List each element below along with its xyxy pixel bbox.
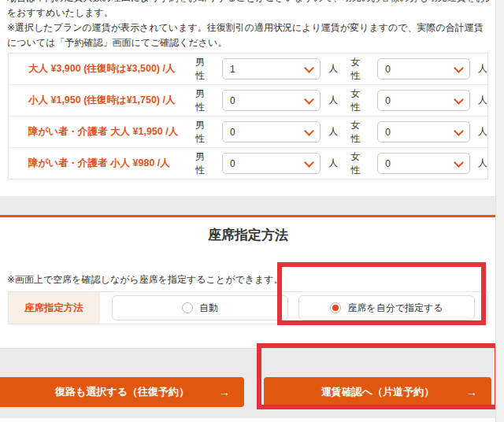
seat-method-row-label: 座席指定方法 bbox=[9, 292, 100, 324]
radio-icon bbox=[330, 302, 341, 313]
unit-label: 人 bbox=[328, 125, 338, 139]
unit-label: 人 bbox=[328, 62, 338, 76]
disabled-adult-female-count-select[interactable]: 0 bbox=[377, 121, 470, 143]
unit-label: 人 bbox=[478, 94, 487, 107]
table-row-disabled-adult: 障がい者・介護者 大人 ¥1,950 /人 男性 0 人 女性 0 人 bbox=[9, 117, 487, 148]
female-label: 女性 bbox=[350, 119, 369, 146]
female-label: 女性 bbox=[350, 56, 369, 83]
select-value: 0 bbox=[230, 127, 235, 138]
option-label: 自動 bbox=[199, 302, 218, 315]
disabled-child-male-count-select[interactable]: 0 bbox=[222, 153, 321, 174]
select-value: 1 bbox=[230, 64, 235, 75]
page-title: 座席指定方法 bbox=[0, 226, 496, 244]
chevron-down-icon bbox=[304, 63, 314, 73]
round-trip-button-label: 復路も選択する（往復予約） bbox=[55, 385, 189, 399]
plan-fare-note: ※選択したプランの運賃が表示されています。往復割引の適用状況により運賃が変ります… bbox=[7, 20, 491, 50]
action-button-band: 復路も選択する（往復予約） → 運賃確認へ（片道予約） → bbox=[0, 348, 504, 418]
child-female-count-select[interactable]: 0 bbox=[377, 90, 470, 111]
select-value: 0 bbox=[230, 95, 235, 106]
seat-method-row: 座席指定方法 自動 座席を自分で指定する bbox=[8, 291, 488, 324]
notice-block: 場合は車両の定員人数の理由により予約をお断りすることがございますので、幼児のお客… bbox=[7, 0, 489, 20]
section-divider bbox=[0, 196, 504, 215]
booking-page: 場合は車両の定員人数の理由により予約をお断りすることがございますので、幼児のお客… bbox=[0, 0, 496, 418]
select-value: 0 bbox=[385, 158, 391, 169]
unit-label: 人 bbox=[478, 62, 487, 76]
adult-male-count-select[interactable]: 1 bbox=[222, 58, 321, 80]
select-value: 0 bbox=[385, 95, 391, 106]
one-way-button-label: 運賃確認へ（片道予約） bbox=[321, 385, 434, 399]
table-row-adult: 大人 ¥3,900 (往復時は¥3,500) /人 男性 1 人 女性 0 人 bbox=[9, 54, 487, 85]
round-trip-button[interactable]: 復路も選択する（往復予約） → bbox=[0, 377, 244, 407]
male-label: 男性 bbox=[195, 87, 213, 114]
disabled-adult-male-count-select[interactable]: 0 bbox=[222, 121, 321, 143]
chevron-down-icon bbox=[454, 94, 464, 105]
male-label: 男性 bbox=[195, 119, 213, 146]
chevron-down-icon bbox=[454, 126, 464, 136]
female-label: 女性 bbox=[350, 87, 369, 114]
unit-label: 人 bbox=[328, 157, 338, 170]
male-label: 男性 bbox=[195, 56, 213, 83]
arrow-right-icon: → bbox=[219, 386, 230, 398]
chevron-down-icon bbox=[304, 94, 314, 105]
disabled-child-female-count-select[interactable]: 0 bbox=[377, 153, 470, 174]
unit-label: 人 bbox=[478, 125, 487, 139]
chevron-down-icon bbox=[304, 157, 314, 168]
notice-text-line2: をおすすめいたします。 bbox=[7, 6, 489, 20]
chevron-down-icon bbox=[304, 126, 314, 136]
arrow-right-icon: → bbox=[466, 386, 477, 398]
chevron-down-icon bbox=[454, 157, 464, 168]
fare-label: 障がい者・介護者 小人 ¥980 /人 bbox=[9, 157, 195, 170]
fare-table: 大人 ¥3,900 (往復時は¥3,500) /人 男性 1 人 女性 0 人 … bbox=[8, 53, 488, 180]
chevron-down-icon bbox=[454, 63, 464, 73]
adult-female-count-select[interactable]: 0 bbox=[377, 58, 470, 80]
child-male-count-select[interactable]: 0 bbox=[222, 90, 321, 111]
notice-text-line1: 場合は車両の定員人数の理由により予約をお断りすることがございますので、幼児のお客… bbox=[7, 0, 489, 6]
select-value: 0 bbox=[230, 158, 235, 169]
male-label: 男性 bbox=[195, 150, 213, 177]
unit-label: 人 bbox=[478, 157, 487, 170]
seat-manual-radio-option[interactable]: 座席を自分で指定する bbox=[298, 295, 475, 320]
select-value: 0 bbox=[385, 64, 391, 75]
fare-label: 障がい者・介護者 大人 ¥1,950 /人 bbox=[9, 125, 195, 139]
seat-selection-section: 座席指定方法 ※画面上で空席を確認しながら座席を指定することができます。 座席指… bbox=[0, 215, 496, 348]
option-label: 座席を自分で指定する bbox=[347, 302, 443, 315]
scrollbar[interactable] bbox=[495, 0, 504, 422]
fare-label: 大人 ¥3,900 (往復時は¥3,500) /人 bbox=[9, 62, 195, 76]
seat-selection-note: ※画面上で空席を確認しながら座席を指定することができます。 bbox=[7, 273, 489, 287]
table-row-disabled-child: 障がい者・介護者 小人 ¥980 /人 男性 0 人 女性 0 人 bbox=[9, 148, 487, 179]
one-way-fare-confirm-button[interactable]: 運賃確認へ（片道予約） → bbox=[264, 377, 491, 407]
female-label: 女性 bbox=[350, 150, 369, 177]
fare-label: 小人 ¥1,950 (往復時は¥1,750) /人 bbox=[9, 94, 195, 107]
table-row-child: 小人 ¥1,950 (往復時は¥1,750) /人 男性 0 人 女性 0 人 bbox=[9, 85, 487, 117]
seat-auto-radio-option[interactable]: 自動 bbox=[112, 295, 288, 320]
select-value: 0 bbox=[385, 127, 391, 138]
radio-icon bbox=[182, 302, 193, 313]
unit-label: 人 bbox=[328, 94, 338, 107]
